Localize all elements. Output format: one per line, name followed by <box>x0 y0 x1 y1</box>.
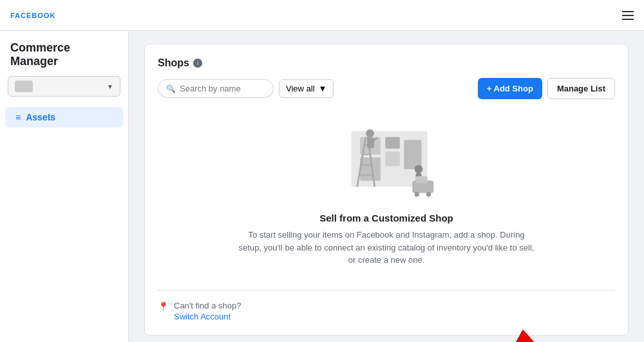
illustration-desc: To start selling your items on Facebook … <box>238 229 535 267</box>
svg-rect-20 <box>415 176 427 184</box>
svg-rect-5 <box>404 140 421 169</box>
shops-filter-dropdown[interactable]: View all ▼ <box>279 79 334 98</box>
svg-rect-2 <box>385 137 400 149</box>
shops-search-box[interactable]: 🔍 <box>158 79 274 98</box>
shops-cant-find-text: Can't find a shop? <box>174 301 241 310</box>
shops-illustration: Sell from a Customized Shop To start sel… <box>158 112 615 280</box>
sidebar-item-assets[interactable]: ≡ Assets <box>5 107 123 128</box>
app-layout: Commerce Manager ▼ ≡ Assets Shops i 🔍 <box>0 31 644 342</box>
shops-search-row: 🔍 View all ▼ + Add Shop Manage List <box>158 78 615 99</box>
sidebar-item-label: Assets <box>26 112 55 122</box>
shops-title: Shops <box>158 57 189 69</box>
illustration-title: Sell from a Customized Shop <box>319 213 453 223</box>
svg-rect-3 <box>385 151 400 166</box>
shops-info-icon[interactable]: i <box>193 59 202 68</box>
shops-search-input[interactable] <box>180 84 265 93</box>
svg-point-12 <box>366 129 374 138</box>
shops-header: Shops i <box>158 57 615 69</box>
sidebar-title: Commerce Manager <box>0 39 128 76</box>
facebook-logo: FACEBOOK <box>10 12 55 19</box>
hamburger-menu[interactable] <box>622 11 634 20</box>
shops-cant-find: 📍 Can't find a shop? Switch Account <box>158 290 615 322</box>
top-bar: FACEBOOK <box>0 0 644 31</box>
filter-chevron-icon: ▼ <box>319 84 327 93</box>
filter-label: View all <box>286 84 315 93</box>
assets-icon: ≡ <box>15 112 21 122</box>
manage-list-button[interactable]: Manage List <box>547 78 615 99</box>
account-selector[interactable]: ▼ <box>8 76 120 97</box>
sidebar: Commerce Manager ▼ ≡ Assets <box>0 31 129 342</box>
shops-section: Shops i 🔍 View all ▼ + Add Shop Manage L… <box>144 44 629 336</box>
svg-rect-13 <box>367 138 374 148</box>
search-icon: 🔍 <box>166 84 176 93</box>
shops-pin-icon: 📍 <box>158 301 169 312</box>
chevron-down-icon: ▼ <box>107 83 113 90</box>
shop-illustration-svg <box>322 119 451 202</box>
shops-switch-account-link[interactable]: Switch Account <box>174 312 231 321</box>
main-content: Shops i 🔍 View all ▼ + Add Shop Manage L… <box>129 31 644 342</box>
shops-actions: + Add Shop Manage List <box>478 78 615 99</box>
shops-cant-find-content: Can't find a shop? Switch Account <box>174 301 241 322</box>
svg-point-19 <box>426 192 431 196</box>
account-avatar <box>15 81 33 92</box>
svg-point-15 <box>415 165 423 173</box>
svg-point-18 <box>415 192 419 196</box>
add-shop-button[interactable]: + Add Shop <box>478 78 542 99</box>
